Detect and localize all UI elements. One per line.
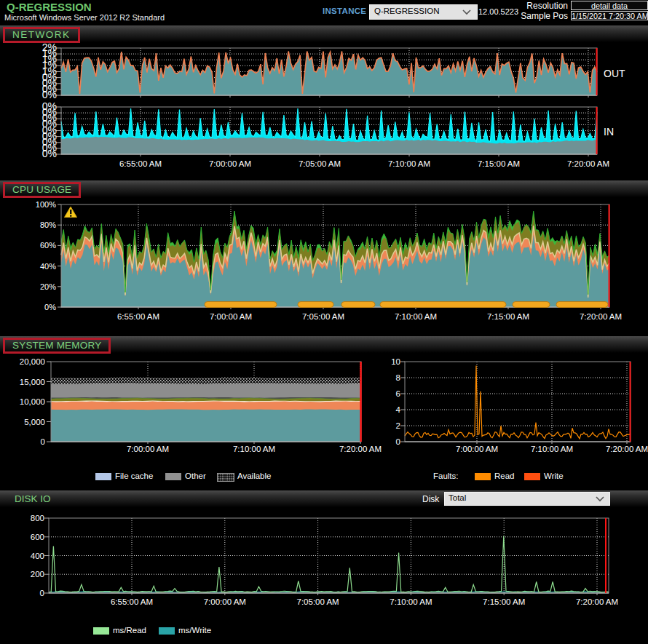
svg-text:15,000: 15,000: [20, 378, 45, 386]
svg-text:7:00:00 AM: 7:00:00 AM: [204, 597, 246, 606]
svg-text:6: 6: [396, 389, 400, 398]
svg-text:7:10:00 AM: 7:10:00 AM: [388, 159, 430, 168]
svg-text:80%: 80%: [40, 220, 56, 229]
svg-text:0%: 0%: [44, 303, 56, 311]
svg-text:7:10:00 AM: 7:10:00 AM: [233, 445, 275, 453]
svg-text:7:20:00 AM: 7:20:00 AM: [580, 312, 622, 321]
svg-text:20%: 20%: [40, 282, 56, 291]
svg-text:7:05:00 AM: 7:05:00 AM: [302, 312, 344, 321]
svg-text:800: 800: [31, 514, 44, 522]
svg-text:7:10:00 AM: 7:10:00 AM: [531, 445, 573, 453]
svg-text:0: 0: [396, 437, 400, 446]
svg-text:7:10:00 AM: 7:10:00 AM: [390, 597, 432, 606]
svg-text:7:00:00 AM: 7:00:00 AM: [210, 312, 252, 321]
svg-text:7:15:00 AM: 7:15:00 AM: [478, 159, 520, 168]
svg-text:10,000: 10,000: [20, 397, 45, 406]
svg-text:6:55:00 AM: 6:55:00 AM: [117, 312, 159, 321]
svg-text:7:05:00 AM: 7:05:00 AM: [299, 159, 341, 168]
svg-text:200: 200: [31, 570, 44, 579]
svg-text:40%: 40%: [40, 262, 56, 271]
svg-text:20,000: 20,000: [20, 357, 45, 366]
svg-text:7:20:00 AM: 7:20:00 AM: [567, 159, 609, 168]
svg-text:6:55:00 AM: 6:55:00 AM: [111, 597, 153, 606]
svg-text:7:00:00 AM: 7:00:00 AM: [127, 445, 169, 453]
svg-text:OUT: OUT: [604, 68, 625, 79]
svg-text:0: 0: [41, 437, 45, 446]
svg-text:6:55:00 AM: 6:55:00 AM: [119, 159, 162, 168]
svg-text:7:00:00 AM: 7:00:00 AM: [456, 445, 498, 453]
svg-text:7:20:00 AM: 7:20:00 AM: [339, 445, 382, 453]
svg-text:4: 4: [396, 405, 401, 414]
svg-text:2: 2: [396, 421, 400, 430]
svg-text:5,000: 5,000: [24, 418, 45, 426]
svg-text:600: 600: [31, 533, 44, 541]
svg-text:60%: 60%: [40, 241, 56, 250]
svg-text:0%: 0%: [42, 148, 57, 159]
svg-text:7:20:00 AM: 7:20:00 AM: [576, 597, 618, 606]
svg-text:0: 0: [40, 589, 44, 597]
svg-text:7:05:00 AM: 7:05:00 AM: [297, 597, 339, 606]
svg-text:7:15:00 AM: 7:15:00 AM: [487, 312, 529, 321]
svg-text:0%: 0%: [42, 89, 57, 100]
svg-text:7:00:00 AM: 7:00:00 AM: [209, 159, 251, 168]
svg-text:8: 8: [396, 373, 400, 382]
svg-text:7:20:00 AM: 7:20:00 AM: [606, 445, 648, 453]
svg-text:IN: IN: [604, 126, 614, 138]
svg-text:400: 400: [31, 552, 44, 560]
svg-text:7:15:00 AM: 7:15:00 AM: [483, 597, 525, 606]
svg-text:7:10:00 AM: 7:10:00 AM: [395, 312, 437, 321]
svg-text:100%: 100%: [36, 201, 56, 209]
svg-text:10: 10: [391, 357, 400, 366]
